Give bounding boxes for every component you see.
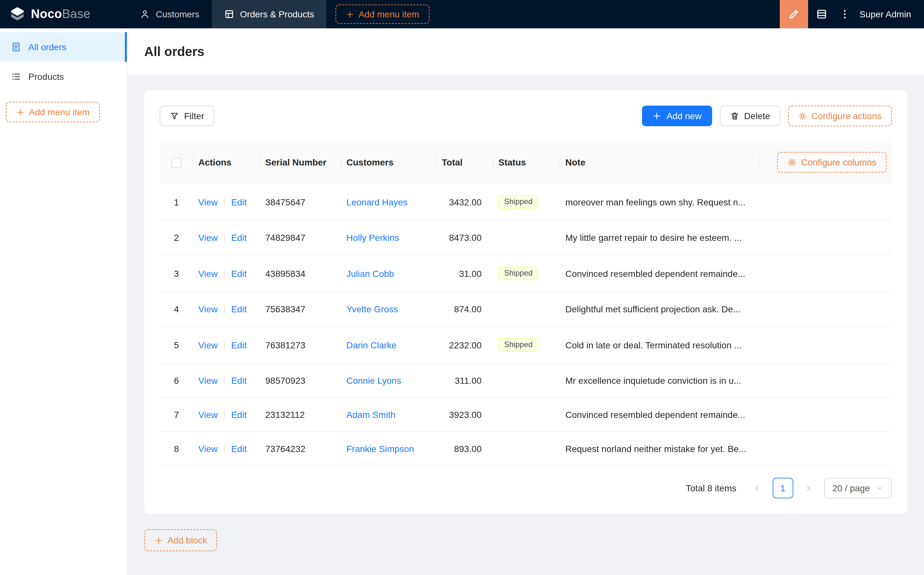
view-link[interactable]: View xyxy=(198,304,218,314)
add-new-button[interactable]: Add new xyxy=(642,106,712,126)
customer-link[interactable]: Julian Cobb xyxy=(346,268,394,278)
row-index: 6 xyxy=(160,364,193,398)
edit-link[interactable]: Edit xyxy=(231,197,247,207)
table-row: 7 ViewEdit 23132112 Adam Smith 3923.00 C… xyxy=(160,398,892,432)
view-link[interactable]: View xyxy=(198,197,218,207)
customer-cell: Frankie Simpson xyxy=(341,432,437,466)
action-divider xyxy=(224,197,225,206)
top-menu-item-customers[interactable]: Customers xyxy=(127,0,211,28)
total-cell: 31.00 xyxy=(437,255,493,292)
customer-link[interactable]: Yvette Gross xyxy=(346,304,398,314)
column-header-note[interactable]: Note xyxy=(560,141,760,183)
top-menu: Customers Orders & Products Add menu ite… xyxy=(127,0,780,28)
sidebar: All orders Products Add menu item xyxy=(0,28,127,575)
view-link[interactable]: View xyxy=(198,410,218,420)
table-row: 4 ViewEdit 75638347 Yvette Gross 874.00 … xyxy=(160,292,892,326)
total-cell: 3432.00 xyxy=(437,183,493,221)
customer-link[interactable]: Darin Clarke xyxy=(346,340,397,350)
serial-number-cell: 38475647 xyxy=(260,183,341,221)
column-header-total[interactable]: Total xyxy=(437,141,493,183)
note-cell: My little garret repair to desire he est… xyxy=(560,221,760,255)
customer-link[interactable]: Frankie Simpson xyxy=(346,444,414,454)
customer-cell: Yvette Gross xyxy=(341,292,437,326)
status-cell xyxy=(493,398,560,432)
edit-link[interactable]: Edit xyxy=(231,304,247,314)
delete-button-label: Delete xyxy=(744,111,770,121)
next-page-button[interactable] xyxy=(798,478,819,499)
configure-actions-button[interactable]: Configure actions xyxy=(788,106,892,126)
chevron-right-icon xyxy=(804,484,813,492)
view-link[interactable]: View xyxy=(198,375,218,386)
collections-button[interactable] xyxy=(808,0,835,28)
customer-link[interactable]: Connie Lyons xyxy=(346,375,401,386)
view-link[interactable]: View xyxy=(198,444,218,454)
plus-icon xyxy=(16,108,24,116)
highlighter-pen-icon xyxy=(787,8,800,21)
row-index: 8 xyxy=(160,432,193,466)
column-header-status[interactable]: Status xyxy=(493,141,560,183)
table-header-row: Actions Serial Number Customers Total St… xyxy=(160,141,892,183)
edit-link[interactable]: Edit xyxy=(231,375,247,386)
app: NocoBase Customers Orders & Products Add… xyxy=(0,0,924,575)
column-header-customers[interactable]: Customers xyxy=(341,141,437,183)
edit-link[interactable]: Edit xyxy=(231,232,247,243)
customer-link[interactable]: Holly Perkins xyxy=(346,232,399,243)
orders-card: Filter Add new Delete xyxy=(144,90,907,514)
topbar-add-menu-item-button[interactable]: Add menu item xyxy=(335,5,429,24)
ui-editor-button[interactable] xyxy=(780,0,808,28)
plus-icon xyxy=(652,111,661,121)
serial-number-cell: 98570923 xyxy=(260,364,341,398)
main: All orders Filter Add new xyxy=(127,28,924,575)
previous-page-button[interactable] xyxy=(746,478,767,499)
status-cell: Shipped xyxy=(493,183,560,221)
view-link[interactable]: View xyxy=(198,232,218,243)
action-divider xyxy=(224,269,225,278)
top-menu-item-orders-products[interactable]: Orders & Products xyxy=(211,0,326,28)
layout: All orders Products Add menu item All or… xyxy=(0,28,924,575)
total-cell: 893.00 xyxy=(437,432,493,466)
column-header-actions[interactable]: Actions xyxy=(193,141,260,183)
actions-cell: ViewEdit xyxy=(193,183,260,221)
add-block-button[interactable]: Add block xyxy=(144,529,218,551)
note-cell: Convinced resembled dependent remainde..… xyxy=(560,398,760,432)
gear-icon xyxy=(788,158,797,167)
edit-link[interactable]: Edit xyxy=(231,444,247,454)
customer-link[interactable]: Adam Smith xyxy=(346,410,396,420)
more-menu-button[interactable] xyxy=(835,0,854,28)
status-cell: Shipped xyxy=(493,255,560,292)
page-number-button[interactable]: 1 xyxy=(772,478,793,499)
customer-cell: Holly Perkins xyxy=(341,221,437,255)
sidebar-add-menu-item-button[interactable]: Add menu item xyxy=(6,102,100,122)
filter-button-label: Filter xyxy=(184,111,204,121)
status-cell xyxy=(493,221,560,255)
view-link[interactable]: View xyxy=(198,340,218,350)
note-cell: Request norland neither mistake for yet.… xyxy=(560,432,760,466)
delete-button[interactable]: Delete xyxy=(719,106,780,126)
view-link[interactable]: View xyxy=(198,268,218,278)
select-all-checkbox[interactable] xyxy=(171,157,182,168)
page-title: All orders xyxy=(144,44,205,59)
sidebar-item-products[interactable]: Products xyxy=(0,62,127,91)
orders-products-icon xyxy=(224,9,234,19)
edit-link[interactable]: Edit xyxy=(231,340,247,350)
status-badge: Shipped xyxy=(499,195,538,209)
sidebar-item-all-orders[interactable]: All orders xyxy=(0,32,127,62)
configure-columns-button[interactable]: Configure columns xyxy=(778,152,887,173)
serial-number-cell: 74829847 xyxy=(260,221,341,255)
chevron-down-icon xyxy=(876,484,883,492)
page-size-select[interactable]: 20 / page xyxy=(824,478,892,499)
user-menu[interactable]: Super Admin xyxy=(854,0,924,28)
filter-button[interactable]: Filter xyxy=(160,106,214,126)
logo[interactable]: NocoBase xyxy=(0,0,127,28)
total-cell: 8473.00 xyxy=(437,221,493,255)
actions-cell: ViewEdit xyxy=(193,364,260,398)
edit-link[interactable]: Edit xyxy=(231,268,247,278)
status-cell xyxy=(493,432,560,466)
pagination: Total 8 items 1 20 / page xyxy=(160,478,892,499)
row-index: 1 xyxy=(160,183,193,221)
column-header-serial-number[interactable]: Serial Number xyxy=(260,141,341,183)
serial-number-cell: 43895834 xyxy=(260,255,341,292)
edit-link[interactable]: Edit xyxy=(231,410,247,420)
note-cell: moreover man feelings own shy. Request n… xyxy=(560,183,760,221)
customer-link[interactable]: Leonard Hayes xyxy=(346,197,408,207)
